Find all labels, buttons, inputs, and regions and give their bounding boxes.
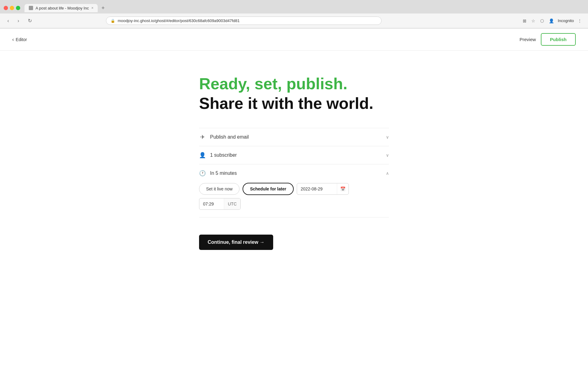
time-input[interactable]: [199, 198, 224, 209]
publish-email-left: ✈ Publish and email: [199, 134, 249, 140]
options-list: ✈ Publish and email ∨ 👤 1 subscriber ∨: [199, 128, 389, 217]
publish-email-chevron-icon: ∨: [386, 135, 389, 140]
subscriber-left: 👤 1 subscriber: [199, 152, 237, 159]
timing-header: 🕐 In 5 minutes ∧: [199, 170, 389, 177]
subscriber-chevron-icon: ∨: [386, 153, 389, 158]
timing-left: 🕐 In 5 minutes: [199, 170, 237, 177]
subscriber-label: 1 subscriber: [210, 152, 237, 158]
url-text: moodjoy-inc.ghost.io/ghost/#/editor/post…: [118, 18, 377, 23]
back-arrow-icon: ‹: [12, 37, 14, 42]
continue-button[interactable]: Continue, final review →: [199, 235, 273, 250]
hero-title-green: Ready, set, publish.: [199, 75, 389, 93]
back-label: Editor: [16, 37, 27, 42]
bookmark-icon[interactable]: ☆: [530, 17, 537, 25]
profile-icon[interactable]: 👤: [548, 17, 555, 25]
clock-icon: 🕐: [199, 170, 206, 177]
tab-title: A post about life - Moodjoy Inc: [36, 6, 89, 10]
incognito-label: Incognito: [558, 18, 574, 23]
lock-icon: 🔒: [111, 19, 115, 23]
date-input-wrapper: 📅: [297, 183, 349, 195]
forward-button[interactable]: ›: [15, 17, 21, 25]
tab-close-btn[interactable]: ×: [91, 6, 93, 10]
back-to-editor-link[interactable]: ‹ Editor: [12, 37, 27, 42]
refresh-button[interactable]: ↻: [25, 17, 34, 25]
tab-favicon: [29, 6, 33, 10]
timezone-label: UTC: [224, 198, 240, 209]
date-input[interactable]: [297, 183, 337, 194]
subscriber-option[interactable]: 👤 1 subscriber ∨: [199, 146, 389, 164]
traffic-light-yellow[interactable]: [10, 6, 14, 10]
nav-actions: ⊠ ☆ ⬡ 👤 Incognito ⋮: [522, 17, 583, 25]
main-content: Ready, set, publish. Share it with the w…: [187, 51, 401, 262]
cast-icon[interactable]: ⊠: [522, 17, 528, 25]
publish-email-label: Publish and email: [210, 134, 249, 140]
person-icon: 👤: [199, 152, 206, 159]
schedule-later-button[interactable]: Schedule for later: [243, 183, 293, 195]
tab-bar: A post about life - Moodjoy Inc × +: [0, 0, 588, 13]
hero-title-black: Share it with the world.: [199, 94, 389, 113]
nav-bar: ‹ › ↻ 🔒 moodjoy-inc.ghost.io/ghost/#/edi…: [0, 13, 588, 28]
timing-label: In 5 minutes: [210, 171, 237, 176]
time-input-wrapper: UTC: [199, 198, 241, 210]
send-icon: ✈: [199, 134, 206, 140]
timing-expanded-content: 🕐 In 5 minutes ∧ Set it live now Schedul…: [199, 170, 389, 210]
page-wrapper: ‹ Editor Preview Publish Ready, set, pub…: [0, 29, 588, 368]
browser-chrome: A post about life - Moodjoy Inc × + ‹ › …: [0, 0, 588, 29]
traffic-light-green[interactable]: [16, 6, 20, 10]
new-tab-button[interactable]: +: [99, 4, 107, 13]
calendar-icon[interactable]: 📅: [337, 183, 349, 194]
extensions-icon[interactable]: ⬡: [539, 17, 545, 25]
traffic-lights: [4, 6, 20, 10]
app-header: ‹ Editor Preview Publish: [0, 29, 588, 51]
incognito-badge[interactable]: Incognito: [558, 18, 574, 23]
preview-button[interactable]: Preview: [519, 37, 536, 42]
address-bar[interactable]: 🔒 moodjoy-inc.ghost.io/ghost/#/editor/po…: [106, 17, 382, 25]
live-now-button[interactable]: Set it live now: [199, 183, 239, 195]
timing-controls: Set it live now Schedule for later 📅 UTC: [199, 183, 389, 210]
active-tab[interactable]: A post about life - Moodjoy Inc ×: [24, 4, 98, 12]
publish-email-option[interactable]: ✈ Publish and email ∨: [199, 128, 389, 146]
timing-chevron-icon[interactable]: ∧: [386, 171, 389, 176]
traffic-light-red[interactable]: [4, 6, 8, 10]
back-button[interactable]: ‹: [5, 17, 11, 25]
menu-icon[interactable]: ⋮: [576, 17, 583, 25]
publish-button[interactable]: Publish: [541, 33, 576, 46]
timing-option: 🕐 In 5 minutes ∧ Set it live now Schedul…: [199, 164, 389, 217]
header-actions: Preview Publish: [519, 33, 576, 46]
